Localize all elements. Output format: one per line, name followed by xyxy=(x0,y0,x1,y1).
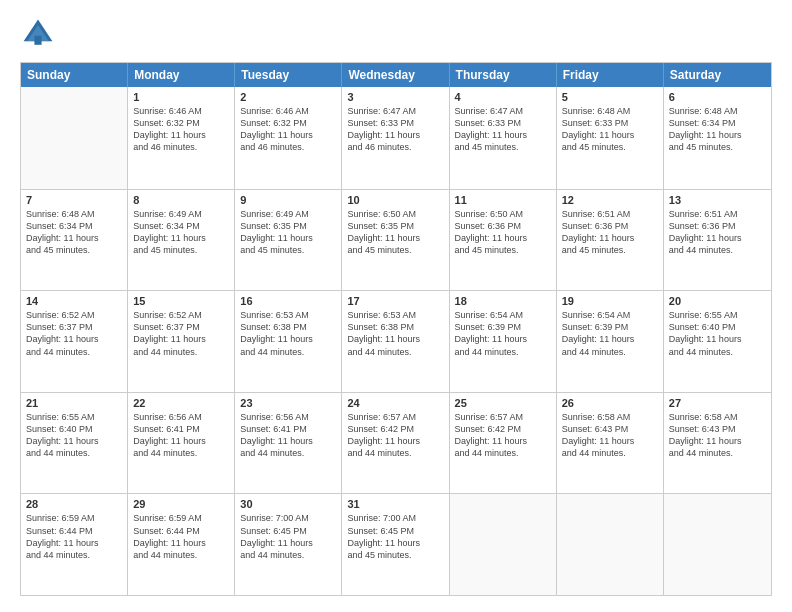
day-number: 19 xyxy=(562,295,658,307)
daylight-text-1: Daylight: 11 hours xyxy=(133,129,229,141)
day-number: 6 xyxy=(669,91,766,103)
daylight-text-2: and 44 minutes. xyxy=(455,346,551,358)
sunrise-text: Sunrise: 6:50 AM xyxy=(455,208,551,220)
calendar-cell: 19Sunrise: 6:54 AMSunset: 6:39 PMDayligh… xyxy=(557,291,664,392)
sunrise-text: Sunrise: 6:59 AM xyxy=(26,512,122,524)
sunrise-text: Sunrise: 6:48 AM xyxy=(562,105,658,117)
sunrise-text: Sunrise: 6:58 AM xyxy=(562,411,658,423)
sunrise-text: Sunrise: 6:49 AM xyxy=(133,208,229,220)
day-number: 22 xyxy=(133,397,229,409)
sunrise-text: Sunrise: 6:59 AM xyxy=(133,512,229,524)
logo-icon xyxy=(20,16,56,52)
sunrise-text: Sunrise: 6:53 AM xyxy=(347,309,443,321)
sunset-text: Sunset: 6:39 PM xyxy=(562,321,658,333)
calendar-cell: 29Sunrise: 6:59 AMSunset: 6:44 PMDayligh… xyxy=(128,494,235,595)
sunrise-text: Sunrise: 6:52 AM xyxy=(26,309,122,321)
day-number: 13 xyxy=(669,194,766,206)
daylight-text-2: and 44 minutes. xyxy=(455,447,551,459)
calendar-cell: 21Sunrise: 6:55 AMSunset: 6:40 PMDayligh… xyxy=(21,393,128,494)
day-number: 3 xyxy=(347,91,443,103)
daylight-text-1: Daylight: 11 hours xyxy=(133,333,229,345)
daylight-text-2: and 44 minutes. xyxy=(133,549,229,561)
sunrise-text: Sunrise: 6:52 AM xyxy=(133,309,229,321)
sunset-text: Sunset: 6:32 PM xyxy=(133,117,229,129)
sunset-text: Sunset: 6:45 PM xyxy=(347,525,443,537)
sunrise-text: Sunrise: 6:46 AM xyxy=(133,105,229,117)
sunrise-text: Sunrise: 6:55 AM xyxy=(669,309,766,321)
day-number: 16 xyxy=(240,295,336,307)
day-number: 12 xyxy=(562,194,658,206)
calendar-cell: 9Sunrise: 6:49 AMSunset: 6:35 PMDaylight… xyxy=(235,190,342,291)
day-number: 30 xyxy=(240,498,336,510)
daylight-text-1: Daylight: 11 hours xyxy=(133,232,229,244)
calendar-row-4: 21Sunrise: 6:55 AMSunset: 6:40 PMDayligh… xyxy=(21,392,771,494)
header-day-sunday: Sunday xyxy=(21,63,128,87)
daylight-text-1: Daylight: 11 hours xyxy=(669,232,766,244)
sunset-text: Sunset: 6:36 PM xyxy=(562,220,658,232)
daylight-text-2: and 44 minutes. xyxy=(669,244,766,256)
daylight-text-2: and 44 minutes. xyxy=(133,346,229,358)
daylight-text-1: Daylight: 11 hours xyxy=(240,537,336,549)
daylight-text-1: Daylight: 11 hours xyxy=(669,129,766,141)
sunrise-text: Sunrise: 6:56 AM xyxy=(240,411,336,423)
day-number: 7 xyxy=(26,194,122,206)
sunset-text: Sunset: 6:39 PM xyxy=(455,321,551,333)
calendar-cell: 20Sunrise: 6:55 AMSunset: 6:40 PMDayligh… xyxy=(664,291,771,392)
daylight-text-2: and 44 minutes. xyxy=(240,346,336,358)
day-number: 1 xyxy=(133,91,229,103)
sunset-text: Sunset: 6:43 PM xyxy=(562,423,658,435)
daylight-text-2: and 46 minutes. xyxy=(347,141,443,153)
header-day-wednesday: Wednesday xyxy=(342,63,449,87)
daylight-text-1: Daylight: 11 hours xyxy=(26,537,122,549)
day-number: 18 xyxy=(455,295,551,307)
calendar-cell: 7Sunrise: 6:48 AMSunset: 6:34 PMDaylight… xyxy=(21,190,128,291)
sunrise-text: Sunrise: 6:56 AM xyxy=(133,411,229,423)
daylight-text-1: Daylight: 11 hours xyxy=(455,333,551,345)
daylight-text-2: and 45 minutes. xyxy=(133,244,229,256)
sunset-text: Sunset: 6:33 PM xyxy=(347,117,443,129)
daylight-text-1: Daylight: 11 hours xyxy=(347,537,443,549)
day-number: 27 xyxy=(669,397,766,409)
daylight-text-1: Daylight: 11 hours xyxy=(669,333,766,345)
page: SundayMondayTuesdayWednesdayThursdayFrid… xyxy=(0,0,792,612)
sunset-text: Sunset: 6:42 PM xyxy=(347,423,443,435)
calendar-cell: 11Sunrise: 6:50 AMSunset: 6:36 PMDayligh… xyxy=(450,190,557,291)
daylight-text-2: and 45 minutes. xyxy=(347,244,443,256)
sunset-text: Sunset: 6:38 PM xyxy=(240,321,336,333)
daylight-text-2: and 44 minutes. xyxy=(240,549,336,561)
logo xyxy=(20,16,60,52)
calendar-row-5: 28Sunrise: 6:59 AMSunset: 6:44 PMDayligh… xyxy=(21,493,771,595)
daylight-text-1: Daylight: 11 hours xyxy=(240,435,336,447)
calendar-cell: 14Sunrise: 6:52 AMSunset: 6:37 PMDayligh… xyxy=(21,291,128,392)
day-number: 9 xyxy=(240,194,336,206)
daylight-text-2: and 44 minutes. xyxy=(669,346,766,358)
day-number: 28 xyxy=(26,498,122,510)
calendar: SundayMondayTuesdayWednesdayThursdayFrid… xyxy=(20,62,772,596)
calendar-cell: 13Sunrise: 6:51 AMSunset: 6:36 PMDayligh… xyxy=(664,190,771,291)
daylight-text-1: Daylight: 11 hours xyxy=(347,129,443,141)
sunset-text: Sunset: 6:41 PM xyxy=(133,423,229,435)
sunrise-text: Sunrise: 6:55 AM xyxy=(26,411,122,423)
sunset-text: Sunset: 6:42 PM xyxy=(455,423,551,435)
svg-rect-2 xyxy=(34,36,41,45)
calendar-cell: 5Sunrise: 6:48 AMSunset: 6:33 PMDaylight… xyxy=(557,87,664,189)
daylight-text-2: and 45 minutes. xyxy=(562,244,658,256)
calendar-row-2: 7Sunrise: 6:48 AMSunset: 6:34 PMDaylight… xyxy=(21,189,771,291)
sunrise-text: Sunrise: 6:47 AM xyxy=(455,105,551,117)
day-number: 10 xyxy=(347,194,443,206)
header-day-saturday: Saturday xyxy=(664,63,771,87)
daylight-text-1: Daylight: 11 hours xyxy=(26,333,122,345)
sunrise-text: Sunrise: 6:53 AM xyxy=(240,309,336,321)
calendar-header: SundayMondayTuesdayWednesdayThursdayFrid… xyxy=(21,63,771,87)
calendar-cell: 2Sunrise: 6:46 AMSunset: 6:32 PMDaylight… xyxy=(235,87,342,189)
calendar-cell xyxy=(21,87,128,189)
daylight-text-1: Daylight: 11 hours xyxy=(133,537,229,549)
sunset-text: Sunset: 6:33 PM xyxy=(562,117,658,129)
sunset-text: Sunset: 6:41 PM xyxy=(240,423,336,435)
daylight-text-1: Daylight: 11 hours xyxy=(240,232,336,244)
daylight-text-1: Daylight: 11 hours xyxy=(562,129,658,141)
day-number: 4 xyxy=(455,91,551,103)
sunset-text: Sunset: 6:38 PM xyxy=(347,321,443,333)
daylight-text-2: and 44 minutes. xyxy=(347,447,443,459)
daylight-text-1: Daylight: 11 hours xyxy=(347,333,443,345)
